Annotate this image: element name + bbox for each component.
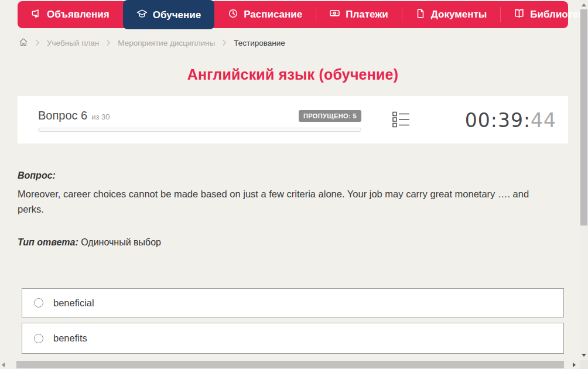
vertical-scrollbar[interactable]	[580, 0, 588, 360]
progress-bar	[38, 128, 361, 132]
scroll-down-arrow-icon[interactable]	[582, 354, 586, 357]
banknote-icon	[329, 8, 340, 22]
clock-icon	[228, 8, 238, 22]
scrollbar-corner	[580, 360, 588, 369]
question-text: Moreover, career choices cannot be made …	[18, 186, 558, 217]
breadcrumb-discipline-event[interactable]: Мероприятие дисциплины	[118, 39, 215, 47]
quiz-page: Объявления Обучение Расписание Платежи Д…	[0, 0, 588, 369]
scroll-left-arrow-icon[interactable]	[2, 363, 5, 367]
question-total: из 30	[91, 112, 110, 121]
question-progress-area: Вопрос 6 из 30 ПРОПУЩЕНО: 5	[38, 109, 361, 132]
radio-button-icon[interactable]	[34, 334, 43, 343]
answer-option-beneficial[interactable]: beneficial	[22, 288, 564, 317]
scroll-right-arrow-icon[interactable]	[573, 363, 576, 367]
page-title: Английский язык (обучение)	[0, 66, 586, 83]
nav-item-label: Документы	[431, 9, 487, 20]
skipped-badge: ПРОПУЩЕНО: 5	[299, 110, 361, 122]
document-icon	[415, 8, 426, 22]
answer-type-label: Тип ответа:	[18, 237, 78, 247]
quiz-header-card: Вопрос 6 из 30 ПРОПУЩЕНО: 5 00:39:44	[18, 96, 568, 144]
nav-item-library[interactable]: Библиотека	[500, 1, 588, 28]
open-book-icon	[514, 8, 525, 22]
breadcrumb-curriculum[interactable]: Учебный план	[47, 39, 99, 47]
breadcrumb-testing: Тестирование	[234, 39, 285, 47]
breadcrumb-chevron-icon	[35, 39, 40, 46]
answer-options: beneficial benefits	[22, 288, 564, 354]
nav-item-documents[interactable]: Документы	[402, 1, 501, 28]
horizontal-scrollbar-thumb[interactable]	[16, 361, 564, 368]
answer-option-benefits[interactable]: benefits	[22, 323, 564, 354]
nav-item-label: Объявления	[47, 9, 110, 20]
timer-seconds: 44	[531, 109, 556, 132]
question-block: Вопрос: Moreover, career choices cannot …	[18, 170, 558, 248]
breadcrumb-chevron-icon	[105, 39, 111, 46]
nav-item-label: Обучение	[153, 9, 201, 21]
home-icon[interactable]	[19, 37, 28, 49]
breadcrumb: Учебный план Мероприятие дисциплины Тест…	[19, 37, 285, 49]
option-label: benefits	[53, 333, 87, 344]
timer-main: 00:39:	[465, 109, 531, 132]
nav-item-schedule[interactable]: Расписание	[214, 1, 316, 28]
nav-item-payments[interactable]: Платежи	[316, 1, 402, 28]
option-label: beneficial	[53, 298, 94, 309]
vertical-scrollbar-thumb[interactable]	[580, 9, 587, 226]
graduation-cap-icon	[136, 8, 148, 22]
nav-item-learning[interactable]: Обучение	[123, 0, 214, 29]
radio-button-icon[interactable]	[34, 298, 43, 308]
scroll-up-arrow-icon[interactable]	[582, 4, 586, 6]
answer-type-row: Тип ответа: Одиночный выбор	[18, 237, 558, 248]
nav-item-announcements[interactable]: Объявления	[18, 1, 123, 28]
timer: 00:39:44	[465, 109, 556, 132]
answer-type-value: Одиночный выбор	[81, 237, 161, 247]
main-navigation: Объявления Обучение Расписание Платежи Д…	[18, 1, 568, 28]
horizontal-scrollbar[interactable]	[0, 360, 580, 369]
nav-item-label: Платежи	[346, 9, 388, 20]
nav-item-label: Расписание	[244, 9, 302, 20]
breadcrumb-chevron-icon	[221, 39, 227, 46]
question-list-icon[interactable]	[392, 111, 411, 129]
question-number: Вопрос 6	[38, 109, 87, 122]
megaphone-icon	[31, 8, 42, 22]
question-prefix: Вопрос:	[18, 170, 558, 181]
